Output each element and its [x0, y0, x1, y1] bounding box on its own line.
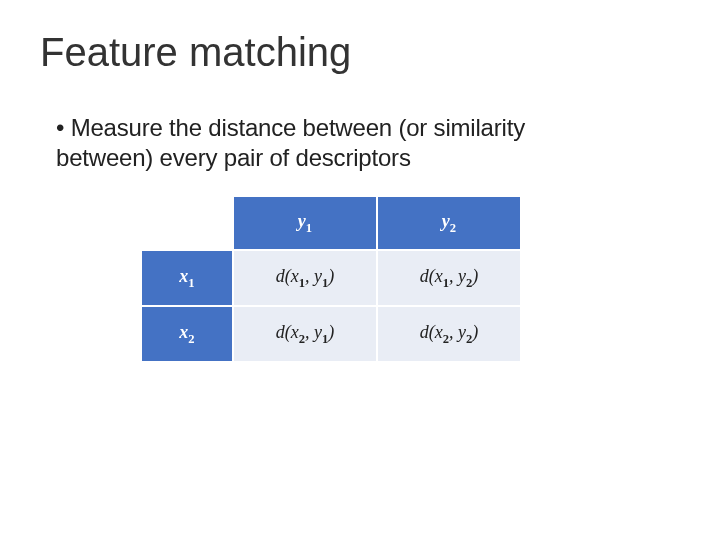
cell-x1-y1: d(x1, y1) — [233, 250, 377, 306]
cell-x1-y2: d(x1, y2) — [377, 250, 521, 306]
cell-x2-y2: d(x2, y2) — [377, 306, 521, 362]
col-header-y2: y2 — [377, 196, 521, 250]
distance-table: y1 y2 x1 d(x1, y1) d(x1, y2) x2 d(x2, y1… — [140, 195, 680, 363]
bullet-text: Measure the distance between (or similar… — [56, 113, 616, 173]
row-header-x2: x2 — [141, 306, 233, 362]
row-header-x1: x1 — [141, 250, 233, 306]
table-corner — [141, 196, 233, 250]
slide-title: Feature matching — [40, 30, 680, 75]
col-header-y1: y1 — [233, 196, 377, 250]
cell-x2-y1: d(x2, y1) — [233, 306, 377, 362]
